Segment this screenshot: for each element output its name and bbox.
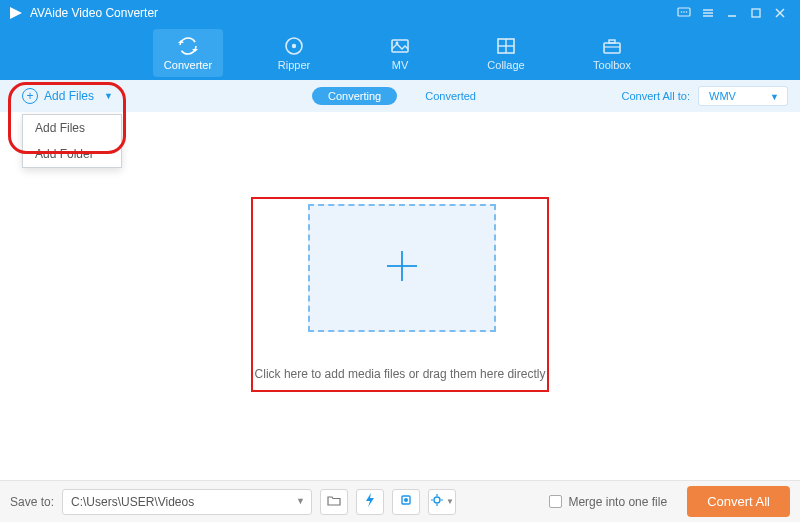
gpu-button[interactable]: [392, 489, 420, 515]
save-to-label: Save to:: [10, 495, 54, 509]
conversion-tabs: Converting Converted: [312, 87, 488, 105]
nav-label: Ripper: [278, 59, 310, 71]
svg-point-29: [404, 498, 408, 502]
hw-accel-button[interactable]: [356, 489, 384, 515]
maximize-button[interactable]: [744, 1, 768, 25]
convert-all-to-label: Convert All to:: [622, 90, 690, 102]
sub-toolbar: + Add Files ▼ Add Files Add Folder Conve…: [0, 80, 800, 112]
convert-all-to: Convert All to: WMV ▼: [622, 86, 788, 106]
dropdown-item-add-files[interactable]: Add Files: [23, 115, 121, 141]
gear-icon: [430, 493, 444, 510]
folder-icon: [327, 493, 341, 510]
dropdown-item-add-folder[interactable]: Add Folder: [23, 141, 121, 167]
svg-rect-23: [609, 40, 615, 43]
svg-point-16: [292, 44, 296, 48]
plus-circle-icon: +: [22, 88, 38, 104]
svg-point-18: [396, 42, 399, 45]
nav-converter[interactable]: Converter: [153, 29, 223, 77]
svg-point-2: [681, 11, 683, 13]
svg-rect-9: [752, 9, 760, 17]
chevron-down-icon: ▼: [446, 497, 454, 506]
svg-marker-0: [10, 7, 22, 19]
close-button[interactable]: [768, 1, 792, 25]
svg-point-3: [683, 11, 685, 13]
browse-folder-button[interactable]: [320, 489, 348, 515]
nav-label: Converter: [164, 59, 212, 71]
chevron-down-icon: ▼: [296, 496, 305, 506]
minimize-button[interactable]: [720, 1, 744, 25]
dropzone[interactable]: [308, 204, 496, 332]
merge-checkbox[interactable]: Merge into one file: [549, 495, 667, 509]
nav-collage[interactable]: Collage: [471, 29, 541, 77]
nav-toolbox[interactable]: Toolbox: [577, 29, 647, 77]
main-nav: Converter Ripper MV Collage Toolbox: [0, 26, 800, 80]
svg-marker-27: [366, 493, 374, 507]
settings-button[interactable]: ▼: [428, 489, 456, 515]
nav-mv[interactable]: MV: [365, 29, 435, 77]
add-files-label: Add Files: [44, 89, 94, 103]
tab-converted[interactable]: Converted: [413, 87, 488, 105]
nav-ripper[interactable]: Ripper: [259, 29, 329, 77]
format-value: WMV: [709, 90, 736, 102]
bottom-bar: Save to: C:\Users\USER\Videos ▼ ▼ Merge …: [0, 480, 800, 522]
save-path-value: C:\Users\USER\Videos: [71, 495, 194, 509]
add-files-dropdown: Add Files Add Folder: [22, 114, 122, 168]
svg-point-12: [180, 38, 196, 54]
merge-label: Merge into one file: [568, 495, 667, 509]
swap-icon: [177, 35, 199, 57]
convert-all-button[interactable]: Convert All: [687, 486, 790, 517]
checkbox-box: [549, 495, 562, 508]
app-title: AVAide Video Converter: [30, 6, 158, 20]
save-path-select[interactable]: C:\Users\USER\Videos ▼: [62, 489, 312, 515]
nav-label: Toolbox: [593, 59, 631, 71]
nav-label: MV: [392, 59, 409, 71]
svg-point-4: [686, 11, 688, 13]
feedback-icon[interactable]: [672, 1, 696, 25]
titlebar: AVAide Video Converter: [0, 0, 800, 26]
svg-rect-22: [604, 43, 620, 53]
dropzone-caption: Click here to add media files or drag th…: [0, 367, 800, 381]
chevron-down-icon: ▼: [104, 91, 113, 101]
menu-icon[interactable]: [696, 1, 720, 25]
chip-icon: [399, 493, 413, 510]
chevron-down-icon: ▼: [770, 92, 779, 102]
add-files-button[interactable]: + Add Files ▼: [12, 84, 123, 108]
format-select[interactable]: WMV ▼: [698, 86, 788, 106]
plus-icon: [381, 245, 423, 291]
image-icon: [389, 35, 411, 57]
grid-icon: [495, 35, 517, 57]
toolbox-icon: [601, 35, 623, 57]
svg-point-30: [434, 497, 440, 503]
app-logo-icon: [8, 5, 24, 21]
tab-converting[interactable]: Converting: [312, 87, 397, 105]
disc-icon: [283, 35, 305, 57]
nav-label: Collage: [487, 59, 524, 71]
bolt-icon: [364, 493, 376, 510]
